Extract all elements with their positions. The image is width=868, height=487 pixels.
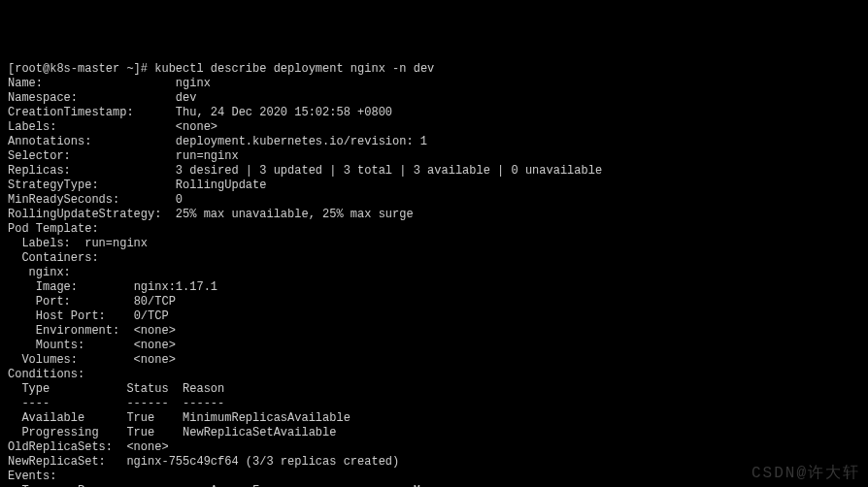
field-name: Replicas:: [8, 164, 176, 178]
field-name: Mounts:: [8, 339, 134, 352]
field-value: nginx: [176, 77, 211, 90]
pod-template-header: Pod Template:: [8, 222, 99, 236]
field-name: MinReadySeconds:: [8, 193, 176, 207]
containers-header: Containers:: [8, 251, 99, 265]
field-value: run=nginx: [176, 149, 239, 163]
pod-labels: Labels: run=nginx: [8, 237, 148, 250]
volumes: Volumes: <none>: [8, 353, 176, 367]
field-value: <none>: [134, 339, 176, 352]
conditions-columns: Type Status Reason: [8, 382, 224, 396]
field-value: <none>: [176, 120, 217, 134]
field-name: Name:: [8, 77, 176, 90]
field-value: 0: [176, 193, 183, 207]
field-value: deployment.kubernetes.io/revision: 1: [176, 135, 427, 148]
terminal-output: [root@k8s-master ~]# kubectl describe de…: [8, 62, 860, 487]
field-value: RollingUpdate: [176, 179, 267, 192]
field-name: RollingUpdateStrategy:: [8, 208, 176, 221]
field-name: Environment:: [8, 324, 134, 338]
field-name: Port:: [8, 295, 134, 308]
old-replicasets: OldReplicaSets: <none>: [8, 440, 169, 454]
conditions-header: Conditions:: [8, 368, 84, 381]
field-value: nginx:1.17.1: [134, 280, 217, 294]
field-name: Image:: [8, 280, 134, 294]
field-name: Namespace:: [8, 91, 176, 105]
field-value: 3 desired | 3 updated | 3 total | 3 avai…: [176, 164, 602, 178]
field-value: 80/TCP: [134, 295, 176, 308]
conditions-divider: ---- ------ ------: [8, 397, 224, 410]
command: kubectl describe deployment nginx -n dev: [154, 62, 434, 76]
field-name: Selector:: [8, 149, 176, 163]
field-name: StrategyType:: [8, 179, 176, 192]
field-name: Host Port:: [8, 309, 134, 323]
field-value: dev: [176, 91, 197, 105]
field-value: 25% max unavailable, 25% max surge: [176, 208, 414, 221]
field-name: Annotations:: [8, 135, 176, 148]
watermark: CSDN@许大轩: [751, 467, 860, 481]
field-name: CreationTimestamp:: [8, 106, 176, 119]
prompt: [root@k8s-master ~]#: [8, 62, 154, 76]
events-header: Events:: [8, 470, 56, 483]
field-value: <none>: [134, 324, 176, 338]
field-name: Labels:: [8, 120, 176, 134]
field-value: 0/TCP: [134, 309, 169, 323]
condition-row: Available True MinimumReplicasAvailable: [8, 411, 351, 425]
container-name: nginx:: [8, 266, 71, 279]
new-replicaset: NewReplicaSet: nginx-755c49cf64 (3/3 rep…: [8, 455, 399, 469]
condition-row: Progressing True NewReplicaSetAvailable: [8, 426, 336, 439]
field-value: Thu, 24 Dec 2020 15:02:58 +0800: [176, 106, 392, 119]
